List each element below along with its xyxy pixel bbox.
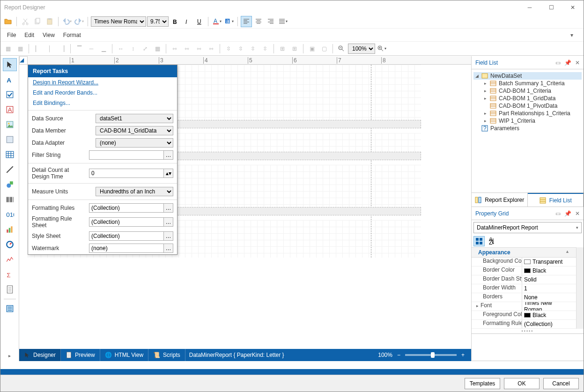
menu-format[interactable]: Format (63, 32, 81, 38)
property-row[interactable]: Background ColorTransparent (472, 258, 576, 266)
panel-tool[interactable] (3, 133, 17, 146)
font-size-select[interactable]: 9.75 (147, 16, 169, 27)
formatting-rule-sheet-ellipsis-button[interactable]: … (164, 217, 173, 227)
property-scrollbar[interactable] (576, 247, 584, 329)
panel-window-icon[interactable]: ▭ (555, 210, 561, 217)
panel-close-icon[interactable]: ✕ (575, 210, 580, 217)
send-back-icon[interactable]: ▢ (318, 43, 330, 54)
align-rights-icon[interactable]: ▕ (56, 43, 67, 54)
formatting-rule-sheet-input[interactable] (89, 217, 164, 227)
edit-bands-link[interactable]: Edit and Reorder Bands... (28, 88, 177, 98)
zoom-in-button[interactable]: ▾ (376, 43, 387, 54)
property-row[interactable]: Formatting Rules(Collection) (472, 320, 576, 329)
maximize-button[interactable]: ☐ (540, 0, 562, 15)
font-name-select[interactable]: Times New Roman (91, 16, 146, 27)
sparkline-tool[interactable] (3, 253, 17, 266)
tree-node-table[interactable]: ▸Part Relationships 1_Criteria (473, 110, 582, 117)
label-tool[interactable] (3, 73, 17, 86)
vspace-remove-icon[interactable]: ⇳ (259, 43, 271, 54)
grid-snap2-icon[interactable]: ▦ (15, 43, 26, 54)
alphabetical-button[interactable] (487, 236, 498, 246)
formatting-rules-ellipsis-button[interactable]: … (164, 203, 173, 213)
tree-node-table[interactable]: ▸Batch Summary 1_Criteria (473, 80, 582, 87)
redo-button[interactable]: ▾ (74, 16, 85, 27)
hspace-inc-icon[interactable]: ⇿ (181, 43, 192, 54)
zoom-slider[interactable] (405, 354, 457, 356)
design-wizard-link[interactable]: Design in Report Wizard... (28, 77, 177, 88)
panel-pin-icon[interactable]: 📌 (564, 59, 571, 66)
tree-node-parameters[interactable]: ▸Parameters (473, 125, 582, 132)
grid-snap-icon[interactable]: ▦ (2, 43, 14, 54)
vspace-equal-icon[interactable]: ⇳ (223, 43, 234, 54)
font-color-button[interactable]: ▾ (211, 16, 222, 27)
pagebreak-tool[interactable] (3, 302, 17, 315)
align-middles-icon[interactable]: ─ (86, 43, 97, 54)
measure-units-select[interactable]: Hundredths of an Inch (96, 187, 173, 196)
style-sheet-input[interactable] (89, 231, 164, 241)
paste-button[interactable] (44, 16, 55, 27)
preview-tab[interactable]: Preview (61, 349, 100, 361)
property-row[interactable]: Border Dash StyleSolid (472, 275, 576, 284)
field-list-tab[interactable]: Field List (528, 193, 584, 207)
detail-count-spinner[interactable]: ▴▾ (164, 169, 173, 178)
close-button[interactable]: ✕ (562, 0, 584, 15)
picture-tool[interactable] (3, 118, 17, 131)
zoom-select[interactable]: 100% (348, 44, 375, 54)
zipcode-tool[interactable] (3, 208, 17, 221)
zoom-minus-button[interactable]: − (397, 352, 400, 358)
bold-button[interactable] (170, 16, 181, 27)
vspace-dec-icon[interactable]: ⇳ (247, 43, 259, 54)
center-v-icon[interactable]: ⊞ (289, 43, 300, 54)
hspace-equal-icon[interactable]: ⇿ (169, 43, 180, 54)
menu-file[interactable]: File (7, 32, 16, 38)
tree-node-table[interactable]: ▸CAD-BOM 1_GridData (473, 95, 582, 102)
zoom-plus-button[interactable]: + (461, 352, 465, 358)
same-width-icon[interactable]: ↔ (115, 43, 126, 54)
zoom-out-button[interactable] (336, 43, 347, 54)
cut-button[interactable] (20, 16, 31, 27)
pointer-tool[interactable] (3, 58, 17, 71)
data-adapter-select[interactable]: (none) (96, 138, 173, 148)
property-category[interactable]: Appearance▲ (472, 247, 576, 258)
align-centers-icon[interactable]: │ (44, 43, 55, 54)
line-tool[interactable] (3, 163, 17, 176)
gauge-tool[interactable] (3, 238, 17, 251)
data-member-select[interactable]: CAD-BOM 1_GridData (96, 126, 173, 135)
panel-close-icon[interactable]: ✕ (575, 59, 580, 66)
pivot-tool[interactable] (3, 268, 17, 281)
panel-pin-icon[interactable]: 📌 (564, 210, 571, 217)
report-explorer-tab[interactable]: Report Explorer (472, 193, 528, 207)
align-left-button[interactable] (241, 16, 252, 27)
same-size-icon[interactable]: ⤢ (140, 43, 151, 54)
copy-button[interactable] (32, 16, 43, 27)
detail-count-input[interactable] (89, 169, 164, 178)
align-bottoms-icon[interactable]: ▁ (98, 43, 109, 54)
hspace-remove-icon[interactable]: ⇿ (206, 43, 217, 54)
undo-button[interactable]: ▾ (61, 16, 73, 27)
hspace-dec-icon[interactable]: ⇿ (193, 43, 205, 54)
designer-tab[interactable]: Designer (19, 349, 61, 361)
tree-node-dataset[interactable]: ◢ NewDataSet (473, 72, 582, 80)
align-center-button[interactable] (253, 16, 264, 27)
property-row[interactable]: BordersNone (472, 293, 576, 302)
filter-string-input[interactable] (89, 150, 164, 160)
open-button[interactable] (2, 16, 14, 27)
size-to-grid-icon[interactable]: ▦ (152, 43, 163, 54)
same-height-icon[interactable]: ↕ (127, 43, 139, 54)
tree-node-table[interactable]: ▸WIP 1_Criteria (473, 117, 582, 125)
scripts-tab[interactable]: 📜Scripts (148, 349, 185, 361)
cancel-button[interactable]: Cancel (543, 378, 579, 389)
align-tops-icon[interactable]: ▔ (74, 43, 85, 54)
html-view-tab[interactable]: 🌐HTML View (100, 349, 148, 361)
checkbox-tool[interactable] (3, 88, 17, 101)
toolbox-expand-icon[interactable]: ▸ (8, 353, 11, 358)
menu-view[interactable]: View (43, 32, 55, 38)
formatting-rules-input[interactable] (89, 203, 164, 213)
underline-button[interactable] (194, 16, 205, 27)
style-sheet-ellipsis-button[interactable]: … (164, 231, 173, 241)
menu-edit[interactable]: Edit (24, 32, 34, 38)
italic-button[interactable] (182, 16, 193, 27)
watermark-ellipsis-button[interactable]: … (164, 244, 173, 253)
shape-tool[interactable] (3, 178, 17, 191)
templates-button[interactable]: Templates (465, 378, 500, 389)
